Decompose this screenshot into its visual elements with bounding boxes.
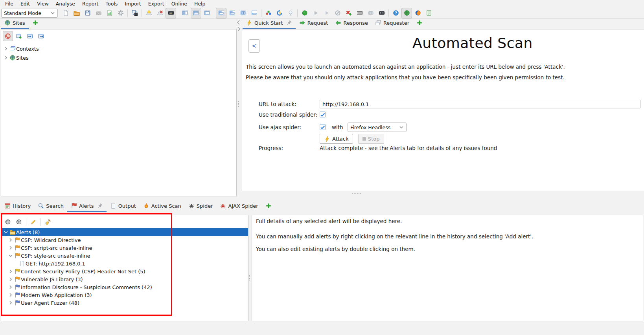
swap-panes-icon[interactable] [129,8,140,18]
menu-file[interactable]: File [2,0,17,7]
chevron-down-icon[interactable] [3,229,9,235]
generate-report-icon[interactable] [104,8,115,18]
layout-full-icon[interactable] [202,8,212,18]
mode-select[interactable]: Standard Mode [1,9,58,18]
alert-tree-row[interactable]: Vulnerable JS Library (3) [1,275,248,283]
drop-icon[interactable] [332,8,343,18]
export-context-icon[interactable] [36,31,46,41]
vertical-splitter-handle[interactable] [238,101,239,107]
chevron-right-icon[interactable] [7,245,14,251]
menu-view[interactable]: View [33,0,52,7]
persist-session-icon[interactable] [82,8,93,18]
clear-alerts-icon[interactable] [43,217,53,227]
chevron-left-icon[interactable] [236,19,242,26]
import-context-icon[interactable] [25,31,35,41]
options-icon[interactable] [115,8,126,18]
horizontal-splitter-handle[interactable] [352,193,361,194]
menu-export[interactable]: Export [145,0,168,7]
alert-tree-row-url[interactable]: GET: http://192.168.0.1 [1,260,248,267]
link-alerts-icon[interactable] [14,217,24,227]
add-tab-button[interactable] [262,201,275,212]
alert-tree-row[interactable]: CSP: script-src unsafe-inline [1,244,248,252]
snapshot-session-icon[interactable] [93,8,104,18]
new-context-icon[interactable] [14,31,24,41]
tab-output[interactable]: Output [107,201,140,212]
menu-help[interactable]: Help [191,0,209,7]
cassette-icon[interactable] [376,8,387,18]
layout-left-icon[interactable] [180,8,190,18]
tab-sites[interactable]: Sites [1,18,29,29]
menu-edit[interactable]: Edit [17,0,33,7]
tab-response[interactable]: Response [331,18,371,29]
chevron-right-icon[interactable] [7,292,14,298]
alert-tree-row[interactable]: User Agent Fuzzer (48) [1,299,248,307]
menu-online[interactable]: Online [168,0,191,7]
hud-icon[interactable] [285,8,296,18]
scope-target-icon[interactable] [3,31,13,41]
edit-alert-icon[interactable] [28,217,39,227]
alert-tree-row[interactable]: CSP: Wildcard Directive [1,236,248,244]
tab-active-scan[interactable]: Active Scan [140,201,185,212]
browser-select[interactable]: Firefox Headless [348,123,407,132]
vertical-splitter-handle[interactable] [249,275,250,280]
chevron-right-icon[interactable] [236,26,242,32]
menu-analyse[interactable]: Analyse [52,0,79,7]
record-icon[interactable] [299,8,310,18]
tab-spider[interactable]: Spider [185,201,217,212]
tab-scroll-buttons[interactable] [236,19,242,32]
tree-row-contexts[interactable]: Contexts [1,45,236,53]
chevron-right-icon[interactable] [7,300,14,306]
layout-columns-icon[interactable] [238,8,248,18]
menu-tools[interactable]: Tools [102,0,121,7]
alert-tree-row-root[interactable]: Alerts (8) [1,228,248,236]
chevron-right-icon[interactable] [7,268,14,275]
ajax-spider-checkbox[interactable] [320,124,326,130]
alert-tree-row[interactable]: CSP: style-src unsafe-inline [1,252,248,260]
alert-tree-row[interactable]: Content Security Policy (CSP) Header Not… [1,267,248,275]
tab-ajax-spider[interactable]: AJAX Spider [216,201,261,212]
tape-icon[interactable] [365,8,376,18]
pin-icon[interactable] [97,203,103,209]
scope-target-icon[interactable] [401,8,412,18]
scope-filter-icon[interactable] [3,217,13,227]
break-off-icon[interactable] [155,8,165,18]
layout-top-icon[interactable] [191,8,201,18]
add-tab-button[interactable] [413,18,426,29]
new-session-icon[interactable] [60,8,71,18]
firefox-icon[interactable] [412,8,423,18]
url-input[interactable]: http://192.168.0.1 [320,100,640,108]
traditional-spider-checkbox[interactable] [320,112,326,117]
chevron-down-icon[interactable] [7,253,14,259]
delete-alerts-icon[interactable] [343,8,354,18]
tab-history[interactable]: History [1,201,34,212]
attack-button[interactable]: Attack [320,134,353,144]
chevron-right-icon[interactable] [3,55,9,61]
alert-tree-row[interactable]: Information Disclosure - Suspicious Comm… [1,283,248,291]
step-icon[interactable] [310,8,321,18]
tab-search[interactable]: Search [34,201,67,212]
tab-request[interactable]: Request [296,18,332,29]
layout-bottom-icon[interactable] [249,8,259,18]
layout-pane-icon[interactable] [227,8,237,18]
alert-tree-row[interactable]: Modern Web Application (3) [1,291,248,299]
show-tab-icons-icon[interactable] [263,8,274,18]
tree-row-sites[interactable]: Sites [1,54,236,62]
check-updates-icon[interactable] [274,8,285,18]
stop-button[interactable]: Stop [358,134,384,144]
tab-requester[interactable]: Requester [372,18,413,29]
fuzzer-icon[interactable] [354,8,365,18]
add-tab-button[interactable] [29,18,42,29]
tab-quick-start[interactable]: Quick Start [243,18,296,29]
menu-import[interactable]: Import [121,0,145,7]
continue-icon[interactable] [321,8,332,18]
break-toolbar-mode-icon[interactable]: BT. [166,8,176,18]
chevron-right-icon[interactable] [7,284,14,290]
break-on-requests-icon[interactable] [144,8,154,18]
open-session-icon[interactable] [71,8,82,18]
tab-alerts[interactable]: Alerts [67,201,107,212]
help-icon[interactable]: ? [390,8,401,18]
chevron-right-icon[interactable] [7,276,14,282]
release-notes-icon[interactable] [423,8,434,18]
chevron-right-icon[interactable] [3,46,9,52]
layout-tab-icon[interactable] [216,8,226,18]
